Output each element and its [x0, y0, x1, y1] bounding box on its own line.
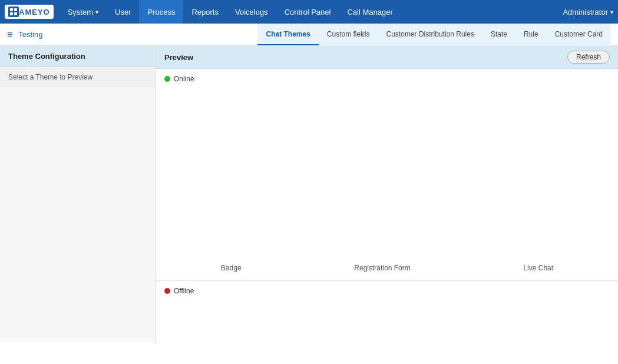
svg-rect-1 [10, 8, 13, 11]
preview-header: Preview Refresh [156, 46, 618, 69]
main-content: Theme Configuration Select a Theme to Pr… [0, 46, 618, 343]
nav-user[interactable]: User [107, 0, 139, 24]
app-logo[interactable]: AMEYO [5, 5, 54, 19]
badge-label: Badge [221, 262, 242, 274]
online-dot-icon [164, 76, 170, 82]
registration-form-label: Registration Form [354, 262, 410, 274]
tab-customer-distribution[interactable]: Customer Distribution Rules [378, 24, 482, 45]
nav-control-panel[interactable]: Control Panel [276, 0, 339, 24]
svg-rect-0 [8, 6, 19, 17]
refresh-button[interactable]: Refresh [567, 51, 610, 64]
left-panel: Theme Configuration Select a Theme to Pr… [0, 46, 156, 343]
svg-rect-4 [14, 12, 17, 15]
preview-title: Preview [164, 53, 567, 62]
nav-reports[interactable]: Reports [183, 0, 227, 24]
top-navigation: AMEYO System ▾ User Process Reports Voic… [0, 0, 618, 24]
online-preview-area [164, 87, 610, 257]
context-label[interactable]: Testing [18, 30, 42, 39]
preview-labels-row: Badge Registration Form Live Chat [164, 257, 610, 280]
admin-menu[interactable]: Administrator ▾ [563, 8, 613, 16]
admin-chevron-icon: ▾ [610, 9, 613, 15]
nav-process[interactable]: Process [139, 0, 183, 24]
offline-dot-icon [164, 288, 170, 294]
logo-icon [8, 6, 19, 17]
nav-voicelogs[interactable]: Voicelogs [227, 0, 276, 24]
theme-config-header: Theme Configuration [0, 46, 156, 67]
tab-customer-card[interactable]: Customer Card [547, 24, 611, 45]
chevron-down-icon: ▾ [95, 9, 98, 15]
tab-chat-themes[interactable]: Chat Themes [257, 24, 318, 45]
offline-section: Offline [156, 281, 618, 328]
svg-rect-3 [10, 12, 13, 15]
logo-text: AMEYO [19, 8, 50, 16]
offline-label: Offline [174, 287, 194, 295]
tabs-bar: Chat Themes Custom fields Customer Distr… [257, 24, 611, 46]
tab-state[interactable]: State [482, 24, 515, 45]
nav-call-manager[interactable]: Call Manager [339, 0, 401, 24]
right-panel: Preview Refresh Online Badge Registratio… [156, 46, 618, 343]
online-label: Online [174, 75, 194, 83]
preview-content: Online Badge Registration Form Live Chat… [156, 69, 618, 343]
svg-rect-2 [14, 8, 17, 11]
tab-custom-fields[interactable]: Custom fields [319, 24, 378, 45]
live-chat-label: Live Chat [523, 262, 553, 274]
hamburger-menu-icon[interactable]: ≡ [7, 29, 12, 40]
nav-items: System ▾ User Process Reports Voicelogs … [60, 0, 563, 24]
online-status-header: Online [164, 75, 610, 83]
tab-rule[interactable]: Rule [515, 24, 547, 45]
select-theme-item[interactable]: Select a Theme to Preview [0, 67, 156, 87]
offline-status-header: Offline [164, 287, 610, 295]
nav-system[interactable]: System ▾ [60, 0, 107, 24]
online-section: Online Badge Registration Form Live Chat [156, 69, 618, 281]
